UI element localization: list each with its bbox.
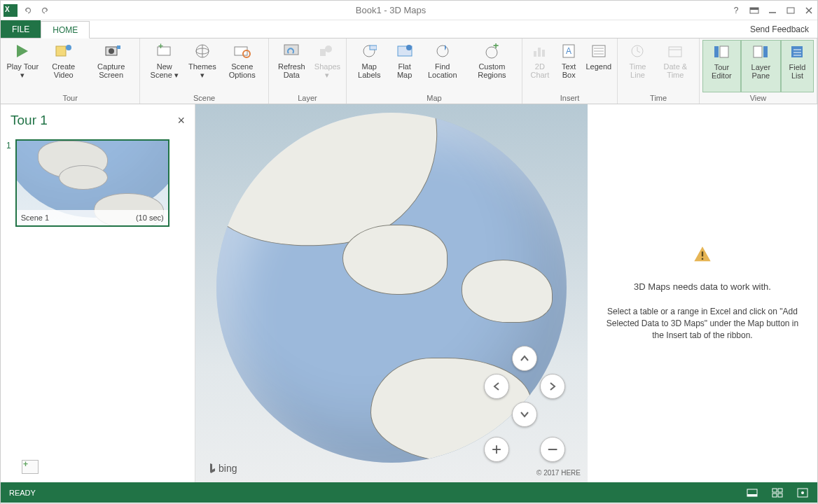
date-time-button: Date & Time [655,40,696,92]
send-feedback-link[interactable]: Send Feedback [742,20,817,38]
add-scene-button[interactable]: + [22,460,39,474]
ribbon-group-layer: Layer [272,92,343,104]
ribbon-group-scene: Scene [143,92,265,104]
svg-rect-11 [117,46,120,49]
svg-rect-44 [720,46,728,57]
pane-close-button[interactable]: × [177,113,185,128]
svg-rect-29 [534,51,536,57]
scene-duration: (10 sec) [136,214,164,222]
svg-rect-7 [56,46,66,56]
svg-point-10 [109,48,114,54]
svg-rect-23 [370,46,377,50]
ribbon-group-tour: Tour [4,92,137,104]
scene-thumbnail[interactable]: Scene 1 (10 sec) [15,139,169,227]
svg-line-40 [637,51,640,52]
svg-point-8 [66,45,71,50]
svg-text:+: + [158,43,163,51]
svg-rect-41 [669,47,681,57]
tab-home[interactable]: HOME [41,21,90,38]
play-tour-button[interactable]: Play Tour ▾ [4,40,42,92]
scene-options-button[interactable]: Scene Options [219,40,265,92]
find-location-button[interactable]: Find Location [420,40,465,92]
close-button[interactable] [803,5,814,16]
svg-rect-55 [747,494,757,496]
titlebar: Book1 - 3D Maps ? [1,1,817,20]
svg-point-21 [325,46,332,52]
scene-number: 1 [6,139,11,227]
map-labels-button[interactable]: Map Labels [349,40,389,92]
tilt-down-button[interactable] [512,402,537,427]
help-button[interactable]: ? [730,5,742,16]
zoom-in-button[interactable]: + [484,437,509,462]
excel-icon [4,4,18,17]
svg-rect-56 [772,489,777,492]
tour-editor-button[interactable]: Tour Editor [702,40,741,92]
shapes-button: Shapes▾ [312,40,343,92]
svg-rect-19 [284,45,298,55]
status-view-zoom-icon[interactable] [771,486,784,499]
svg-rect-46 [763,46,768,57]
undo-button[interactable] [22,4,34,17]
redo-button[interactable] [39,4,51,17]
layer-pane-button[interactable]: Layer Pane [741,40,781,92]
svg-rect-53 [702,258,703,260]
refresh-data-button[interactable]: Refresh Data [272,40,312,92]
ribbon-group-view: View [702,92,814,104]
ribbon-group-map: Map [349,92,519,104]
ribbon-display-button[interactable] [749,5,760,16]
zoom-out-button[interactable]: − [540,437,565,462]
svg-rect-43 [714,46,719,57]
rotate-right-button[interactable] [540,374,565,399]
data-needed-body: Select a table or a range in Excel and c… [602,306,803,342]
warning-icon [693,245,712,265]
map-canvas[interactable]: + − bing © 2017 HERE [195,104,588,482]
tour-editor-pane: Tour 1 × 1 Scene 1 (10 sec) + [1,104,195,482]
status-view-full-icon[interactable] [796,486,809,499]
ribbon-tabs: FILE HOME Send Feedback [1,20,817,38]
ribbon-group-time: Time [621,92,696,104]
svg-rect-47 [791,46,803,57]
svg-rect-58 [772,493,777,497]
svg-point-26 [437,46,448,57]
create-video-button[interactable]: Create Video [42,40,85,92]
themes-button[interactable]: Themes▾ [186,40,219,92]
svg-rect-45 [754,46,762,57]
status-view-normal-icon[interactable] [746,486,758,499]
custom-regions-button[interactable]: + Custom Regions [465,40,519,92]
scene-name: Scene 1 [21,214,49,222]
svg-rect-31 [542,50,545,57]
text-box-button[interactable]: A Text Box [555,40,583,92]
svg-rect-20 [320,49,326,56]
svg-text:+: + [493,43,499,51]
capture-screen-button[interactable]: Capture Screen [85,40,137,92]
bing-logo: bing [208,463,237,474]
ribbon-group-insert: Insert [525,92,614,104]
svg-rect-57 [778,489,782,492]
svg-point-25 [406,45,412,50]
svg-rect-3 [787,8,794,13]
svg-point-61 [801,491,804,494]
chart-2d-button: 2D Chart [525,40,555,92]
svg-rect-52 [702,251,703,256]
svg-marker-6 [17,45,28,57]
maximize-button[interactable] [785,5,796,16]
tab-file[interactable]: FILE [1,20,41,38]
field-list-button[interactable]: Field List [781,40,814,92]
rotate-left-button[interactable] [484,374,509,399]
legend-button[interactable]: Legend [583,40,614,92]
time-line-button: Time Line [621,40,655,92]
tilt-up-button[interactable] [512,346,537,371]
data-needed-heading: 3D Maps needs data to work with. [634,281,771,292]
status-bar: READY [1,482,817,503]
ribbon: Play Tour ▾ Create Video Capture Screen … [1,38,817,104]
svg-rect-1 [750,8,758,10]
flat-map-button[interactable]: Flat Map [389,40,420,92]
map-copyright: © 2017 HERE [536,469,581,477]
window-title: Book1 - 3D Maps [356,5,426,15]
tour-title[interactable]: Tour 1 [11,113,48,128]
minimize-button[interactable] [767,5,778,16]
new-scene-button[interactable]: + New Scene ▾ [143,40,186,92]
layer-pane: 3D Maps needs data to work with. Select … [588,104,817,482]
svg-rect-30 [538,48,541,57]
svg-rect-59 [778,493,782,497]
